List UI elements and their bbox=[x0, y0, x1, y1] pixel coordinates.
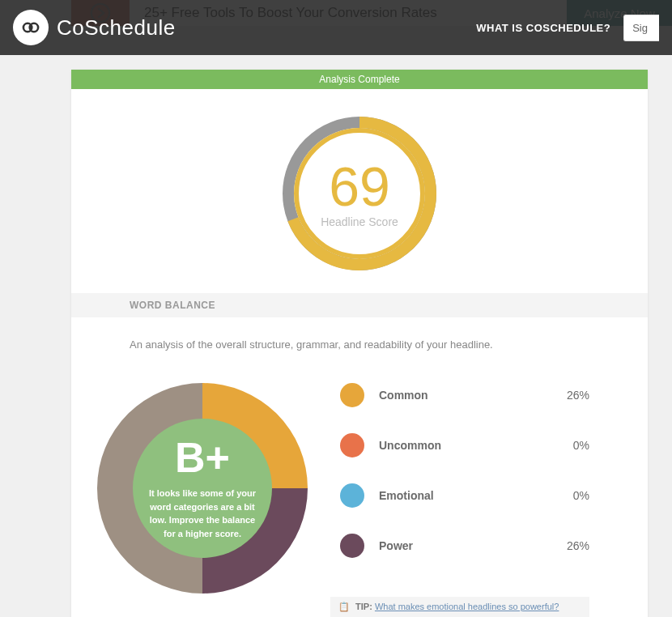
legend-item: Common26% bbox=[340, 383, 589, 407]
tip-label: TIP: bbox=[355, 602, 372, 611]
balance-grade: B+ bbox=[175, 436, 230, 479]
legend-value: 0% bbox=[573, 439, 589, 452]
legend-label: Power bbox=[379, 539, 413, 552]
tip-box: 📋 TIP: What makes emotional headlines so… bbox=[330, 597, 589, 617]
legend-dot-icon bbox=[340, 433, 364, 457]
word-balance-header: WORD BALANCE bbox=[71, 293, 648, 317]
legend-label: Common bbox=[379, 389, 428, 402]
score-label: Headline Score bbox=[321, 215, 398, 228]
word-balance-description: An analysis of the overall structure, gr… bbox=[130, 338, 589, 351]
legend-value: 26% bbox=[567, 389, 589, 402]
word-balance-legend: Common26%Uncommon0%Emotional0%Power26% bbox=[340, 375, 589, 584]
score-ring: 69 Headline Score bbox=[283, 117, 436, 270]
brand-name: CoSchedule bbox=[57, 15, 176, 40]
top-banner: CoSchedule WHAT IS COSCHEDULE? Sig bbox=[0, 0, 672, 55]
status-banner: Analysis Complete bbox=[71, 70, 648, 89]
clipboard-icon: 📋 bbox=[338, 602, 350, 611]
legend-dot-icon bbox=[340, 483, 364, 508]
score-section: 69 Headline Score bbox=[71, 89, 648, 293]
legend-dot-icon bbox=[340, 383, 364, 407]
legend-value: 26% bbox=[567, 539, 589, 552]
analysis-card: Analysis Complete 69 Headline Score WORD… bbox=[71, 70, 648, 617]
balance-message: It looks like some of your word categori… bbox=[147, 487, 257, 540]
word-balance-donut: B+ It looks like some of your word categ… bbox=[89, 375, 316, 602]
score-value: 69 bbox=[329, 159, 390, 214]
legend-item: Emotional0% bbox=[340, 483, 589, 508]
legend-label: Uncommon bbox=[379, 439, 441, 452]
legend-item: Uncommon0% bbox=[340, 433, 589, 457]
logo-icon bbox=[13, 10, 49, 45]
legend-value: 0% bbox=[573, 489, 589, 502]
what-is-link[interactable]: WHAT IS COSCHEDULE? bbox=[476, 22, 610, 34]
legend-label: Emotional bbox=[379, 489, 434, 502]
legend-item: Power26% bbox=[340, 534, 589, 558]
sign-button[interactable]: Sig bbox=[623, 15, 659, 41]
tip-link[interactable]: What makes emotional headlines so powerf… bbox=[375, 602, 559, 611]
logo[interactable]: CoSchedule bbox=[13, 10, 176, 45]
legend-dot-icon bbox=[340, 534, 364, 558]
